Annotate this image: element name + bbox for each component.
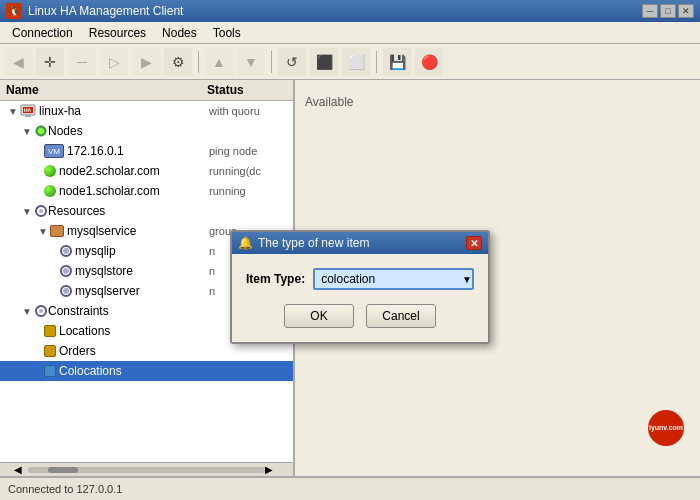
dialog-cancel-button[interactable]: Cancel (366, 304, 436, 328)
tree-scrollbar[interactable]: ◀ ▶ (0, 462, 293, 476)
svg-point-9 (39, 309, 43, 313)
toolbar-down-button[interactable]: ▼ (237, 48, 265, 76)
dialog-title-icon: 🔔 (238, 236, 253, 250)
tree-item-status: ping node (209, 145, 289, 157)
tree-item-status: running(dc (209, 165, 289, 177)
dialog-select-wrapper: colocation location order ▼ (313, 268, 474, 290)
tree-item-label: 172.16.0.1 (67, 144, 209, 158)
close-button[interactable]: ✕ (678, 4, 694, 18)
tree-item-label: Locations (59, 324, 209, 338)
tree-item-linux-ha[interactable]: ▼ HA linux-ha with quoru (0, 101, 293, 121)
toolbar-remove-button[interactable]: ─ (68, 48, 96, 76)
maximize-button[interactable]: □ (660, 4, 676, 18)
dialog-new-item: 🔔 The type of new item ✕ Item Type: colo… (230, 230, 490, 344)
scroll-thumb[interactable] (48, 467, 78, 473)
tree-item-label: Colocations (59, 364, 209, 378)
resource-icon (60, 245, 72, 257)
colocation-icon (44, 365, 56, 377)
toolbar-back-button[interactable]: ◀ (4, 48, 32, 76)
toolbar-cluster-button[interactable]: ⚙ (164, 48, 192, 76)
toggle-constraints[interactable]: ▼ (20, 306, 34, 317)
svg-point-7 (39, 209, 43, 213)
constraint-icon (44, 345, 56, 357)
tree-item-label: node2.scholar.com (59, 164, 209, 178)
tree-header: Name Status (0, 80, 293, 101)
toolbar-exit-button[interactable]: 🔴 (415, 48, 443, 76)
scroll-right-btn[interactable]: ▶ (265, 464, 279, 475)
tree-header-name: Name (6, 83, 207, 97)
minimize-button[interactable]: ─ (642, 4, 658, 18)
toggle-mysqlservice[interactable]: ▼ (36, 226, 50, 237)
window-controls: ─ □ ✕ (642, 4, 694, 18)
toolbar-refresh-button[interactable]: ↺ (278, 48, 306, 76)
tree-item-label: Nodes (48, 124, 209, 138)
tree-item-nodes[interactable]: ▼ Nodes (0, 121, 293, 141)
group-icon (50, 225, 64, 237)
tree-item-status: with quoru (209, 105, 289, 117)
toolbar-start-button[interactable]: ▷ (100, 48, 128, 76)
tree-item-label: mysqlservice (67, 224, 209, 238)
tree-item-ip[interactable]: VM 172.16.0.1 ping node (0, 141, 293, 161)
title-bar-left: 🐧 Linux HA Management Client (6, 3, 183, 19)
dialog-item-type-label: Item Type: (246, 272, 305, 286)
available-text: Available (305, 95, 353, 109)
vm-icon: VM (44, 144, 64, 158)
node-running-icon (44, 165, 56, 177)
toolbar-play-button[interactable]: ▶ (132, 48, 160, 76)
tree-item-label: Orders (59, 344, 209, 358)
app-icon: 🐧 (6, 3, 22, 19)
menu-tools[interactable]: Tools (205, 24, 249, 42)
toggle-nodes[interactable]: ▼ (20, 126, 34, 137)
dialog-title-text: The type of new item (258, 236, 369, 250)
toolbar-sep-3 (376, 51, 377, 73)
dialog-title-left: 🔔 The type of new item (238, 236, 369, 250)
status-text: Connected to 127.0.0.1 (8, 483, 122, 495)
constraint-icon (44, 325, 56, 337)
scroll-left-btn[interactable]: ◀ (14, 464, 28, 475)
dialog-close-button[interactable]: ✕ (466, 236, 482, 250)
svg-rect-3 (25, 115, 31, 117)
tree-item-node2[interactable]: node2.scholar.com running(dc (0, 161, 293, 181)
dialog-ok-button[interactable]: OK (284, 304, 354, 328)
scroll-track (28, 467, 265, 473)
tree-item-resources[interactable]: ▼ Resources (0, 201, 293, 221)
tree-item-label: Resources (48, 204, 209, 218)
toolbar-add-button[interactable]: ✛ (36, 48, 64, 76)
toggle-linux-ha[interactable]: ▼ (6, 106, 20, 117)
toolbar-view-button[interactable]: ⬛ (310, 48, 338, 76)
dialog-buttons: OK Cancel (246, 304, 474, 332)
resources-icon (34, 205, 48, 217)
tree-item-label: mysqlserver (75, 284, 209, 298)
tree-item-colocations[interactable]: Colocations (0, 361, 293, 381)
menu-resources[interactable]: Resources (81, 24, 154, 42)
tree-item-orders[interactable]: Orders (0, 341, 293, 361)
tree-item-label: node1.scholar.com (59, 184, 209, 198)
constraints-icon (34, 305, 48, 317)
tree-item-node1[interactable]: node1.scholar.com running (0, 181, 293, 201)
menu-connection[interactable]: Connection (4, 24, 81, 42)
app-title: Linux HA Management Client (28, 4, 183, 18)
svg-point-5 (38, 128, 44, 134)
tree-header-status: Status (207, 83, 287, 97)
svg-text:HA: HA (24, 107, 32, 113)
toolbar-grid-button[interactable]: ⬜ (342, 48, 370, 76)
watermark-logo: iyunv.com (648, 410, 684, 446)
dialog-item-type-select[interactable]: colocation location order (313, 268, 474, 290)
tree-item-label: linux-ha (39, 104, 209, 118)
tree-item-status: running (209, 185, 289, 197)
nodes-icon (34, 125, 48, 137)
dialog-item-type-row: Item Type: colocation location order ▼ (246, 268, 474, 290)
title-bar: 🐧 Linux HA Management Client ─ □ ✕ (0, 0, 700, 22)
toolbar-sep-1 (198, 51, 199, 73)
resource-icon (60, 265, 72, 277)
toolbar-up-button[interactable]: ▲ (205, 48, 233, 76)
menu-nodes[interactable]: Nodes (154, 24, 205, 42)
toolbar-save-button[interactable]: 💾 (383, 48, 411, 76)
resource-icon (60, 285, 72, 297)
menu-bar: Connection Resources Nodes Tools (0, 22, 700, 44)
node-running-icon (44, 185, 56, 197)
toolbar: ◀ ✛ ─ ▷ ▶ ⚙ ▲ ▼ ↺ ⬛ ⬜ 💾 🔴 (0, 44, 700, 80)
toggle-resources[interactable]: ▼ (20, 206, 34, 217)
watermark: iyunv.com (636, 408, 696, 448)
toolbar-sep-2 (271, 51, 272, 73)
